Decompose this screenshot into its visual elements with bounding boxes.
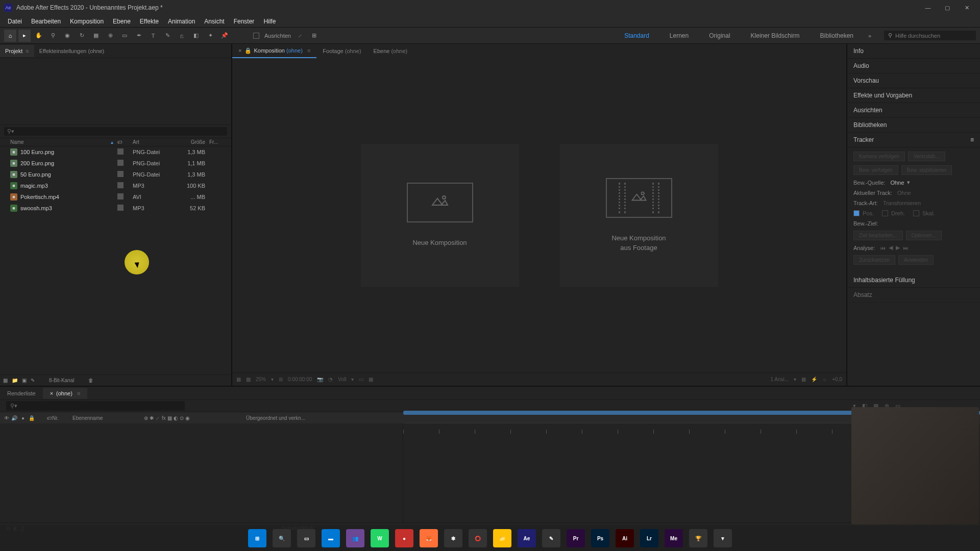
- col-framerate[interactable]: Fr...: [209, 139, 225, 145]
- minimize-button[interactable]: —: [923, 3, 933, 13]
- panel-bibliotheken[interactable]: Bibliotheken: [847, 118, 980, 133]
- new-composition-from-footage-card[interactable]: Neue Kompositionaus Footage: [560, 144, 718, 287]
- col-layer-name[interactable]: Ebenenname: [72, 415, 144, 421]
- motion-source-select[interactable]: Ohne: [890, 180, 904, 186]
- channel-icon[interactable]: ◔: [328, 377, 333, 382]
- comp-icon[interactable]: ▣: [22, 378, 27, 383]
- resolution-dropdown[interactable]: Voll: [338, 377, 346, 382]
- col-type[interactable]: Art: [133, 139, 179, 145]
- snapshot-icon[interactable]: 📷: [317, 377, 323, 382]
- new-composition-card[interactable]: Neue Komposition: [361, 144, 519, 287]
- panel-menu-icon[interactable]: ≡: [307, 47, 310, 54]
- viewer-tab[interactable]: Footage (ohne): [316, 45, 367, 57]
- taskbar-app-icon[interactable]: W: [371, 529, 389, 547]
- panel-paragraph[interactable]: Absatz: [847, 288, 980, 303]
- roto-tool[interactable]: ✦: [204, 30, 216, 42]
- taskbar-app-icon[interactable]: 📁: [493, 529, 511, 547]
- taskbar-app-icon[interactable]: Me: [665, 529, 683, 547]
- panel-menu-icon[interactable]: ≡: [970, 136, 974, 143]
- menu-ansicht[interactable]: Ansicht: [200, 16, 229, 27]
- label-swatch[interactable]: [117, 171, 124, 177]
- text-tool[interactable]: T: [147, 30, 159, 42]
- label-swatch[interactable]: [117, 193, 124, 199]
- col-size[interactable]: Größe: [179, 139, 209, 145]
- position-checkbox[interactable]: [853, 210, 860, 216]
- snap-grid-icon[interactable]: ⊞: [308, 30, 321, 42]
- anchor-tool[interactable]: ⊕: [104, 30, 116, 42]
- timecode-display[interactable]: 0:00:00:00: [288, 377, 312, 382]
- help-search[interactable]: ⚲: [884, 31, 976, 40]
- close-button[interactable]: ✕: [962, 3, 972, 13]
- timeline-search[interactable]: ⚲▾: [6, 401, 185, 411]
- label-swatch[interactable]: [117, 148, 124, 155]
- apply-button[interactable]: Anwenden: [898, 255, 934, 265]
- workspace-lernen[interactable]: Lernen: [659, 30, 699, 41]
- exposure-icon[interactable]: ☼: [822, 377, 827, 382]
- menu-effekte[interactable]: Effekte: [135, 16, 163, 27]
- eraser-tool[interactable]: ◧: [190, 30, 202, 42]
- track-camera-button[interactable]: Kamera verfolgen: [853, 152, 905, 161]
- 3d-icon[interactable]: ▦: [801, 377, 806, 382]
- taskbar-app-icon[interactable]: ⊞: [248, 529, 266, 547]
- panel-tracker[interactable]: Tracker≡: [847, 133, 980, 147]
- panel-menu-icon[interactable]: ≡: [26, 48, 29, 54]
- reset-button[interactable]: Zurücksetzen: [853, 255, 895, 265]
- trash-icon[interactable]: 🗑: [88, 378, 93, 383]
- close-tab-icon[interactable]: ×: [238, 47, 241, 54]
- pen-tool[interactable]: ✒: [133, 30, 145, 42]
- analyze-fwd1-icon[interactable]: ⏭: [903, 245, 909, 251]
- panel-vorschau[interactable]: Vorschau: [847, 73, 980, 88]
- toggle-alpha-icon[interactable]: ▦: [236, 377, 241, 382]
- project-file-item[interactable]: ■100 Euro.pngPNG-Datei1,3 MB: [0, 146, 231, 158]
- viewer-tab[interactable]: Ebene (ohne): [368, 45, 414, 57]
- label-swatch[interactable]: [117, 160, 124, 166]
- panel-content-aware-fill[interactable]: Inhaltsbasierte Füllung: [847, 273, 980, 288]
- panel-audio[interactable]: Audio: [847, 59, 980, 73]
- taskbar-app-icon[interactable]: Ae: [518, 529, 536, 547]
- menu-datei[interactable]: Datei: [3, 16, 27, 27]
- taskbar-app-icon[interactable]: ▭: [297, 529, 315, 547]
- zoom-tool[interactable]: ⚲: [47, 30, 59, 42]
- taskbar-app-icon[interactable]: ✎: [542, 529, 560, 547]
- draft-icon[interactable]: ⚡: [811, 377, 817, 382]
- workspace-bibliotheken[interactable]: Bibliotheken: [810, 30, 864, 41]
- project-tab[interactable]: Effekteinstellungen (ohne): [34, 45, 110, 57]
- menu-bearbeiten[interactable]: Bearbeiten: [27, 16, 65, 27]
- interpret-icon[interactable]: ▦: [3, 378, 8, 383]
- edit-target-button[interactable]: Ziel bearbeiten...: [853, 231, 903, 240]
- panel-ausrichten[interactable]: Ausrichten: [847, 103, 980, 118]
- timeline-tab[interactable]: Renderliste: [0, 388, 43, 399]
- col-label[interactable]: 🏷: [117, 139, 133, 145]
- rotate-tool[interactable]: ↻: [76, 30, 88, 42]
- shape-tool[interactable]: ▭: [118, 30, 131, 42]
- close-tab-icon[interactable]: ×: [50, 390, 53, 396]
- eye-icon[interactable]: 👁: [4, 415, 9, 421]
- help-search-input[interactable]: [895, 33, 967, 39]
- viewer-tab[interactable]: ×🔒Komposition (ohne) ≡: [232, 44, 316, 58]
- grid-icon[interactable]: ⊞: [279, 377, 283, 382]
- puppet-tool[interactable]: 📌: [218, 30, 231, 42]
- menu-fenster[interactable]: Fenster: [229, 16, 259, 27]
- home-tool[interactable]: ⌂: [4, 30, 16, 42]
- rotation-checkbox[interactable]: [882, 210, 888, 216]
- options-button[interactable]: Optionen...: [906, 231, 942, 240]
- maximize-button[interactable]: ▢: [942, 3, 952, 13]
- views-dropdown[interactable]: 1 Ansi...: [771, 377, 789, 382]
- snap-options-icon[interactable]: ⟋: [294, 30, 306, 42]
- panel-info[interactable]: Info: [847, 44, 980, 59]
- brush-tool[interactable]: ✎: [161, 30, 174, 42]
- workspace-overflow-icon[interactable]: »: [864, 30, 876, 42]
- project-tab[interactable]: Projekt≡: [0, 45, 34, 57]
- speaker-icon[interactable]: 🔊: [11, 415, 17, 421]
- col-parent[interactable]: Übergeordnet und verkn...: [246, 415, 317, 421]
- adjust-icon[interactable]: ✎: [31, 378, 35, 383]
- camera-tool[interactable]: ▦: [90, 30, 102, 42]
- project-search[interactable]: ⚲▾: [4, 127, 227, 136]
- selection-tool[interactable]: ▸: [18, 30, 31, 42]
- region-icon[interactable]: ▭: [359, 377, 363, 382]
- transparency-icon[interactable]: ▦: [369, 377, 373, 382]
- label-icon[interactable]: 🏷: [47, 415, 52, 421]
- workspace-kleiner-bildschirm[interactable]: Kleiner Bildschirm: [741, 30, 810, 41]
- clone-tool[interactable]: ⎌: [176, 30, 188, 42]
- percent-dropdown[interactable]: 25%: [256, 377, 266, 382]
